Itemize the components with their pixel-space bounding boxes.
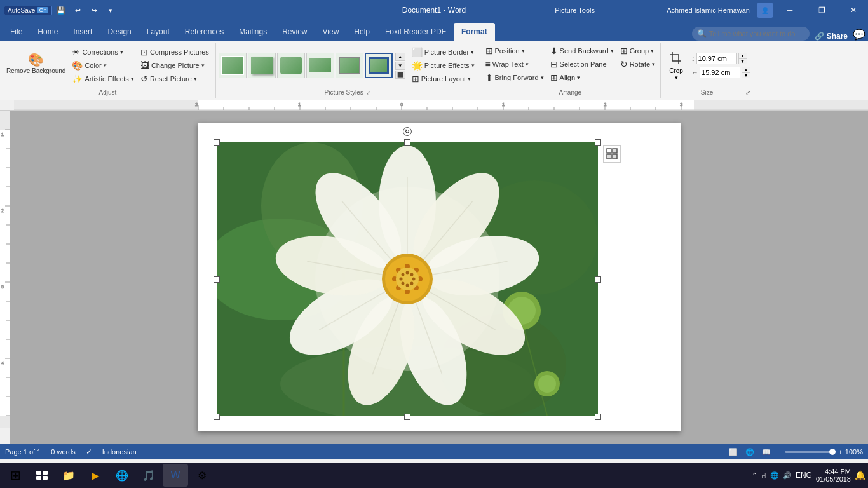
- close-button[interactable]: ✕: [839, 0, 868, 20]
- redo-button[interactable]: ↪: [86, 3, 102, 18]
- handle-mid-left[interactable]: [214, 276, 220, 283]
- ribbon-search-box[interactable]: 🔍: [692, 27, 810, 41]
- notifications-button[interactable]: 🔔: [855, 470, 865, 480]
- volume-icon[interactable]: 🔊: [783, 471, 792, 480]
- style-scroll-down[interactable]: ▼: [395, 62, 405, 70]
- tab-layout[interactable]: Layout: [139, 23, 177, 41]
- tab-design[interactable]: Design: [100, 23, 139, 41]
- zoom-slider[interactable]: [785, 451, 836, 453]
- position-button[interactable]: ⊞ Position ▾: [483, 44, 546, 57]
- file-explorer-button[interactable]: 📁: [56, 464, 81, 487]
- account-button[interactable]: 👤: [757, 3, 773, 18]
- taskbar-clock[interactable]: 4:44 PM 01/05/2018: [816, 468, 851, 483]
- image-container[interactable]: ↻: [217, 142, 598, 417]
- rotate-handle[interactable]: ↻: [403, 127, 412, 136]
- undo-button[interactable]: ↩: [70, 3, 85, 18]
- change-picture-button[interactable]: 🖼 Change Picture ▾: [138, 59, 212, 72]
- tab-review[interactable]: Review: [275, 23, 315, 41]
- compress-pictures-button[interactable]: ⊡ Compress Pictures: [138, 46, 212, 58]
- clock-time: 4:44 PM: [816, 468, 851, 475]
- color-icon: 🎨: [72, 60, 83, 71]
- save-button[interactable]: 💾: [53, 3, 69, 18]
- picture-style-2[interactable]: [248, 53, 276, 78]
- width-input[interactable]: [700, 67, 740, 78]
- height-spin-up[interactable]: ▲: [738, 53, 747, 58]
- handle-mid-right[interactable]: [595, 276, 601, 283]
- browser-button[interactable]: 🌐: [109, 464, 135, 487]
- picture-style-4[interactable]: [306, 53, 334, 78]
- selection-pane-button[interactable]: ⊟ Selection Pane: [548, 58, 616, 71]
- handle-bot-right[interactable]: [595, 414, 601, 420]
- media-player-button[interactable]: ▶: [83, 464, 108, 487]
- tab-references[interactable]: References: [177, 23, 231, 41]
- remove-background-button[interactable]: 🎨 Remove Background: [4, 44, 68, 84]
- handle-bot-left[interactable]: [214, 414, 220, 420]
- picture-style-3[interactable]: [277, 53, 305, 78]
- artistic-effects-button[interactable]: ✨ Artistic Effects ▾: [69, 72, 136, 85]
- layout-options-button[interactable]: [603, 145, 621, 163]
- corrections-button[interactable]: ☀ Corrections ▾: [69, 46, 136, 58]
- restore-button[interactable]: ❐: [807, 0, 836, 20]
- print-layout-btn[interactable]: ⬜: [726, 447, 740, 458]
- word-taskbar-button[interactable]: W: [163, 464, 188, 487]
- share-button[interactable]: 🔗 Share: [815, 32, 848, 41]
- autosave-state[interactable]: On: [37, 7, 48, 13]
- handle-top-right[interactable]: [595, 139, 601, 146]
- send-backward-button[interactable]: ⬇ Send Backward ▾: [548, 44, 616, 57]
- expand-tray-icon[interactable]: ⌃: [752, 471, 757, 480]
- tab-format[interactable]: Format: [454, 23, 495, 41]
- style-expand[interactable]: ⬛: [395, 71, 405, 79]
- zoom-out-btn[interactable]: −: [778, 448, 782, 456]
- style-scroll-up[interactable]: ▲: [395, 53, 405, 61]
- bluetooth-icon[interactable]: ⑁: [761, 471, 766, 480]
- tab-insert[interactable]: Insert: [65, 23, 100, 41]
- picture-style-5[interactable]: [336, 53, 363, 78]
- tab-foxit[interactable]: Foxit Reader PDF: [377, 23, 454, 41]
- music-button[interactable]: 🎵: [136, 464, 161, 487]
- picture-style-1[interactable]: [219, 53, 247, 78]
- document-scroll-area[interactable]: ↻: [10, 111, 868, 444]
- zoom-in-btn[interactable]: +: [838, 448, 842, 456]
- color-button[interactable]: 🎨 Color ▾: [69, 59, 136, 72]
- width-spin-down[interactable]: ▼: [742, 72, 750, 78]
- picture-effects-button[interactable]: 🌟 Picture Effects ▾: [409, 59, 477, 72]
- tab-help[interactable]: Help: [346, 23, 377, 41]
- minimize-button[interactable]: ─: [775, 0, 804, 20]
- tab-home[interactable]: Home: [30, 23, 65, 41]
- svg-rect-108: [43, 476, 48, 480]
- comments-button[interactable]: 💬: [853, 29, 865, 41]
- rotate-button[interactable]: ↻ Rotate ▾: [618, 58, 658, 71]
- network-icon[interactable]: 🌐: [770, 471, 779, 480]
- tab-file[interactable]: File: [3, 23, 30, 41]
- height-input[interactable]: [696, 53, 737, 64]
- group-button[interactable]: ⊞ Group ▾: [618, 44, 658, 57]
- picture-styles-expand[interactable]: ⤢: [366, 90, 371, 96]
- reset-picture-button[interactable]: ↺ Reset Picture ▾: [138, 72, 212, 85]
- picture-border-button[interactable]: ⬜ Picture Border ▾: [409, 46, 477, 58]
- bring-forward-button[interactable]: ⬆ Bring Forward ▾: [483, 71, 546, 84]
- size-expand-icon[interactable]: ⤢: [745, 89, 750, 96]
- crop-button[interactable]: Crop ▾: [663, 46, 689, 85]
- settings-button[interactable]: ⚙: [189, 464, 215, 487]
- handle-top-center[interactable]: [404, 139, 410, 146]
- search-input[interactable]: [709, 30, 804, 37]
- read-mode-btn[interactable]: 📖: [759, 447, 773, 458]
- picture-layout-button[interactable]: ⊞ Picture Layout ▾: [409, 72, 477, 85]
- web-layout-btn[interactable]: 🌐: [743, 447, 757, 458]
- tab-mailings[interactable]: Mailings: [231, 23, 275, 41]
- width-spin-up[interactable]: ▲: [742, 67, 750, 72]
- proofing-icon[interactable]: ✓: [86, 447, 92, 456]
- handle-top-left[interactable]: [214, 139, 220, 146]
- main-area: 1 2 3 4: [0, 111, 868, 444]
- tab-view[interactable]: View: [315, 23, 347, 41]
- handle-bot-center[interactable]: [404, 414, 410, 420]
- picture-style-6[interactable]: [365, 53, 393, 78]
- task-view-button[interactable]: [29, 464, 55, 487]
- qat-dropdown[interactable]: ▾: [103, 3, 118, 18]
- start-button[interactable]: ⊞: [3, 464, 28, 487]
- wrap-text-button[interactable]: ≡ Wrap Text ▾: [483, 58, 546, 71]
- language-indicator[interactable]: ENG: [796, 471, 812, 480]
- language[interactable]: Indonesian: [102, 448, 137, 456]
- align-button[interactable]: ⊞ Align ▾: [548, 71, 616, 84]
- height-spin-down[interactable]: ▼: [738, 58, 747, 64]
